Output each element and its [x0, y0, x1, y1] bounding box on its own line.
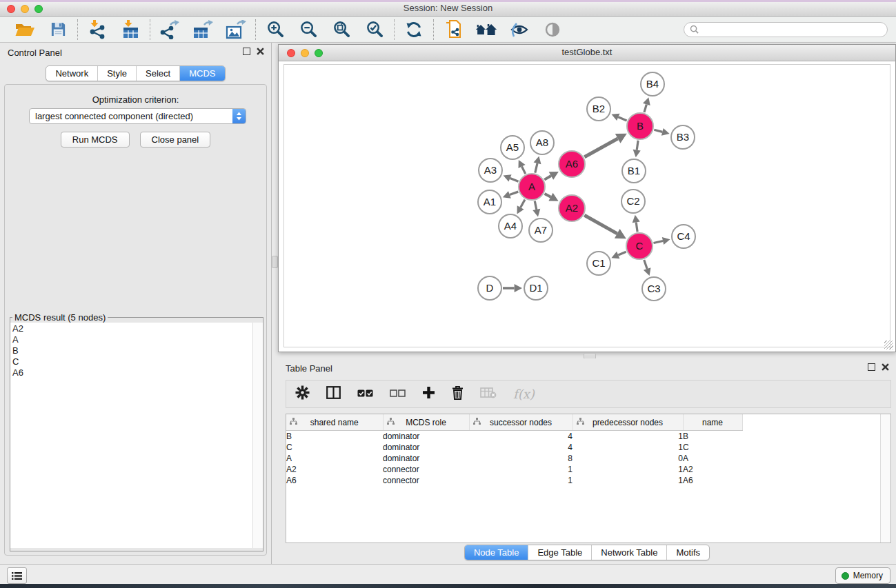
mcds-result-item[interactable]: C [12, 356, 253, 367]
table-cell[interactable]: B [286, 431, 383, 443]
graph-edge-B-B1[interactable] [637, 141, 638, 150]
table-cell[interactable]: A [286, 453, 383, 464]
table-row[interactable]: A2connector11A2 [286, 464, 752, 475]
graph-node-B1[interactable]: B1 [622, 159, 646, 183]
graph-edge-A-A6[interactable] [544, 176, 551, 180]
mcds-result-scrollbar[interactable] [252, 323, 263, 548]
graph-node-C3[interactable]: C3 [642, 277, 666, 301]
mcds-result-item[interactable]: A2 [12, 323, 253, 334]
network-window-titlebar[interactable]: testGlobe.txt [279, 45, 895, 61]
graph-edge-A2-C[interactable] [584, 215, 617, 234]
close-window-button[interactable] [7, 5, 15, 13]
column-header-name[interactable]: name [683, 414, 742, 431]
ui-settings-list-button[interactable] [7, 567, 27, 584]
graph-edge-A-A1[interactable] [510, 192, 518, 194]
graph-node-A6[interactable]: A6 [559, 151, 585, 177]
tab-mcds[interactable]: MCDS [179, 66, 224, 81]
column-header-predecessor-nodes[interactable]: predecessor nodes [573, 414, 683, 431]
graph-edge-A-A3[interactable] [510, 178, 518, 181]
close-panel-icon[interactable] [257, 48, 264, 55]
graph-node-A3[interactable]: A3 [479, 159, 502, 182]
tab-motifs[interactable]: Motifs [666, 545, 709, 560]
zoom-selected-icon[interactable] [364, 19, 386, 41]
graph-node-A8[interactable]: A8 [530, 131, 554, 154]
network-canvas[interactable]: B4B2BB3A8A5A6A3B1AA1C2A2A4A7C4CC1C3DD1 [279, 61, 895, 352]
table-cell[interactable]: A6 [683, 475, 742, 486]
table-cell[interactable]: connector [383, 464, 469, 475]
zoom-out-icon[interactable] [297, 19, 319, 41]
refresh-layout-icon[interactable] [403, 19, 425, 41]
table-cell[interactable]: 1 [573, 464, 683, 475]
table-cell[interactable]: C [286, 442, 383, 453]
table-cell[interactable]: 4 [469, 431, 573, 443]
table-cell[interactable]: 4 [469, 442, 573, 453]
table-row[interactable]: Cdominator41C [286, 442, 752, 453]
float-table-panel-icon[interactable] [868, 363, 875, 371]
network-minimize-button[interactable] [301, 49, 309, 57]
graph-edge-A-A2[interactable] [545, 194, 551, 197]
minimize-window-button[interactable] [21, 5, 29, 13]
show-all-networks-icon[interactable] [475, 19, 497, 41]
graph-node-A4[interactable]: A4 [499, 214, 522, 238]
graph-edge-B-B4[interactable] [644, 104, 646, 112]
graph-node-A5[interactable]: A5 [501, 136, 524, 159]
table-row[interactable]: Bdominator41B [286, 431, 752, 443]
tab-node-table[interactable]: Node Table [465, 545, 528, 560]
tab-network-table[interactable]: Network Table [591, 545, 666, 560]
mcds-result-item[interactable]: B [12, 345, 253, 356]
zoom-window-button[interactable] [34, 5, 43, 13]
graph-node-A[interactable]: A [519, 174, 545, 200]
table-cell[interactable]: 8 [469, 453, 573, 464]
graph-node-B[interactable]: B [627, 113, 653, 139]
graph-edge-C-C2[interactable] [636, 222, 637, 232]
show-graphics-details-icon[interactable] [541, 19, 564, 41]
graph-edge-A-A7[interactable] [535, 201, 537, 210]
table-cell[interactable]: A [683, 453, 742, 464]
column-header-successor-nodes[interactable]: successor nodes [469, 414, 573, 431]
graph-node-D1[interactable]: D1 [524, 276, 548, 300]
table-cell[interactable]: 1 [469, 464, 573, 475]
select-columns-icon[interactable] [326, 386, 341, 402]
graph-edge-B-B2[interactable] [618, 117, 626, 121]
table-cell[interactable]: 1 [469, 475, 573, 486]
table-cell[interactable]: A2 [683, 464, 742, 475]
column-header-shared-name[interactable]: shared name [286, 414, 383, 431]
graph-node-C[interactable]: C [626, 233, 653, 259]
import-network-icon[interactable] [86, 19, 108, 41]
table-cell[interactable]: A6 [286, 475, 383, 486]
table-cell[interactable]: A2 [286, 464, 383, 475]
tab-select[interactable]: Select [136, 66, 179, 81]
graph-edge-C-C3[interactable] [644, 260, 647, 269]
graph-edge-C-C4[interactable] [654, 241, 664, 243]
graph-node-D[interactable]: D [478, 276, 501, 300]
network-close-button[interactable] [287, 49, 295, 57]
table-cell[interactable]: dominator [383, 431, 469, 443]
close-panel-button[interactable]: Close panel [140, 132, 211, 148]
open-session-icon[interactable] [14, 19, 36, 41]
graph-node-C2[interactable]: C2 [621, 190, 645, 213]
import-table-icon[interactable] [119, 19, 141, 41]
graph-node-B3[interactable]: B3 [671, 125, 695, 149]
table-cell[interactable]: 1 [573, 431, 683, 443]
table-cell[interactable]: dominator [383, 442, 469, 453]
graph-node-B4[interactable]: B4 [641, 72, 664, 96]
delete-column-trash-icon[interactable] [452, 385, 464, 403]
graph-node-B2[interactable]: B2 [587, 97, 610, 121]
table-cell[interactable]: 1 [573, 475, 683, 486]
table-cell[interactable]: B [683, 431, 742, 443]
graph-edge-A6-B[interactable] [584, 139, 617, 157]
deselect-all-rows-icon[interactable] [390, 388, 406, 401]
hide-selected-icon[interactable] [508, 19, 530, 41]
network-zoom-button[interactable] [315, 49, 323, 57]
network-graph[interactable]: B4B2BB3A8A5A6A3B1AA1C2A2A4A7C4CC1C3DD1 [284, 65, 890, 347]
memory-button[interactable]: Memory [835, 567, 890, 584]
search-input[interactable] [702, 24, 882, 35]
column-header-MCDS-role[interactable]: MCDS role [383, 414, 469, 431]
select-all-rows-icon[interactable] [357, 388, 373, 401]
optimization-criterion-select[interactable]: largest connected component (directed) [29, 108, 246, 124]
close-table-panel-icon[interactable] [882, 363, 889, 371]
zoom-fit-icon[interactable] [330, 19, 352, 41]
create-column-plus-icon[interactable] [422, 386, 435, 402]
table-cell[interactable]: connector [383, 475, 469, 486]
table-scrollbar[interactable] [880, 414, 890, 543]
